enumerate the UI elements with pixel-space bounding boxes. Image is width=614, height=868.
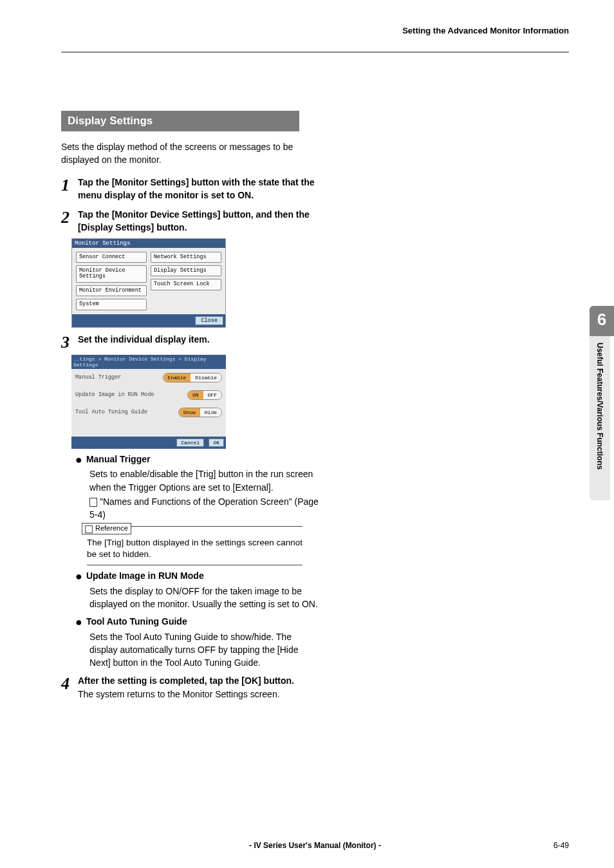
ui2-breadcrumb: ..tings > Monitor Device Settings > Disp… bbox=[71, 355, 226, 369]
ui1-close-button[interactable]: Close bbox=[195, 316, 223, 325]
step-4: 4 After the setting is completed, tap th… bbox=[61, 674, 319, 701]
screenshot-monitor-settings: Monitor Settings Sensor Connect Monitor … bbox=[71, 238, 226, 328]
ui2-row-tool-auto-tuning: Tool Auto Tuning Guide Show Hide bbox=[71, 404, 226, 421]
step-number: 3 bbox=[61, 334, 78, 351]
ui1-display-settings-button[interactable]: Display Settings bbox=[151, 265, 221, 276]
reference-label: Reference bbox=[82, 523, 131, 534]
ui2-tool-auto-hide[interactable]: Hide bbox=[200, 408, 221, 417]
ui2-update-image-on[interactable]: ON bbox=[188, 391, 203, 399]
ui1-network-settings-button[interactable]: Network Settings bbox=[151, 252, 221, 263]
step-number: 2 bbox=[61, 209, 78, 234]
ui2-ok-button[interactable]: OK bbox=[209, 439, 224, 447]
ui2-update-image-off[interactable]: OFF bbox=[203, 391, 221, 399]
update-image-title: Update Image in RUN Mode bbox=[86, 571, 204, 583]
step-2: 2 Tap the [Monitor Device Settings] butt… bbox=[61, 208, 319, 234]
ui2-update-image-label: Update Image in RUN Mode bbox=[75, 392, 187, 398]
manual-trigger-xref: "Names and Functions of the Operation Sc… bbox=[89, 495, 319, 522]
manual-trigger-body: Sets to enable/disable the [Trig] button… bbox=[89, 467, 319, 494]
ui2-tool-auto-label: Tool Auto Tuning Guide bbox=[75, 409, 178, 415]
chapter-number: 6 bbox=[590, 306, 614, 336]
tool-auto-title: Tool Auto Tuning Guide bbox=[86, 616, 187, 629]
manual-trigger-xref-text: "Names and Functions of the Operation Sc… bbox=[89, 496, 319, 520]
step-3: 3 Set the individual display item. bbox=[61, 333, 319, 351]
step-number: 4 bbox=[61, 675, 78, 701]
step-4-body: The system returns to the Monitor Settin… bbox=[78, 689, 280, 699]
ui2-cancel-button[interactable]: Cancel bbox=[176, 439, 204, 447]
section-intro: Sets the display method of the screens o… bbox=[61, 140, 319, 167]
ui1-sensor-connect-button[interactable]: Sensor Connect bbox=[76, 252, 147, 263]
ui1-title: Monitor Settings bbox=[72, 239, 225, 248]
bullet-manual-trigger: ● Manual Trigger bbox=[75, 454, 319, 467]
manual-trigger-title: Manual Trigger bbox=[86, 454, 151, 467]
ui2-row-update-image: Update Image in RUN Mode ON OFF bbox=[71, 386, 226, 404]
ui2-manual-trigger-disable[interactable]: Disable bbox=[191, 373, 221, 382]
footer-manual-title: - IV Series User's Manual (Monitor) - bbox=[61, 841, 569, 850]
ui2-manual-trigger-enable[interactable]: Enable bbox=[163, 373, 191, 382]
step-3-head: Set the individual display item. bbox=[78, 334, 210, 344]
header-section-title: Setting the Advanced Monitor Information bbox=[61, 26, 569, 35]
step-1-head: Tap the [Monitor Settings] button with t… bbox=[78, 177, 315, 200]
ui1-monitor-device-settings-button[interactable]: Monitor Device Settings bbox=[76, 265, 147, 283]
chapter-title: Useful Features/Various Functions bbox=[590, 336, 610, 500]
ui1-touch-screen-lock-button[interactable]: Touch Screen Lock bbox=[151, 279, 221, 290]
update-image-body: Sets the display to ON/OFF for the taken… bbox=[89, 585, 319, 611]
bullet-icon: ● bbox=[75, 454, 82, 467]
header-rule bbox=[61, 52, 569, 53]
step-2-head: Tap the [Monitor Device Settings] button… bbox=[78, 209, 310, 232]
step-4-head: After the setting is completed, tap the … bbox=[78, 675, 294, 686]
step-1: 1 Tap the [Monitor Settings] button with… bbox=[61, 176, 319, 202]
tool-auto-body: Sets the Tool Auto Tuning Guide to show/… bbox=[89, 630, 319, 670]
page-ref-icon bbox=[89, 498, 97, 507]
ui2-tool-auto-show[interactable]: Show bbox=[179, 408, 200, 417]
ui1-monitor-environment-button[interactable]: Monitor Environment bbox=[76, 285, 147, 296]
reference-text: The [Trig] button displayed in the setti… bbox=[87, 537, 302, 561]
reference-box: Reference The [Trig] button displayed in… bbox=[87, 526, 302, 565]
bullet-icon: ● bbox=[75, 571, 82, 583]
bullet-tool-auto: ● Tool Auto Tuning Guide bbox=[75, 616, 319, 629]
step-number: 1 bbox=[61, 177, 78, 202]
section-banner: Display Settings bbox=[61, 111, 299, 131]
bullet-update-image: ● Update Image in RUN Mode bbox=[75, 571, 319, 583]
screenshot-display-settings: ..tings > Monitor Device Settings > Disp… bbox=[71, 355, 226, 449]
bullet-icon: ● bbox=[75, 616, 82, 629]
ui1-system-button[interactable]: System bbox=[76, 299, 147, 310]
ui2-row-manual-trigger: Manual Trigger Enable Disable bbox=[71, 369, 226, 386]
chapter-tab: 6 Useful Features/Various Functions bbox=[590, 306, 614, 500]
ui2-manual-trigger-label: Manual Trigger bbox=[75, 374, 163, 381]
